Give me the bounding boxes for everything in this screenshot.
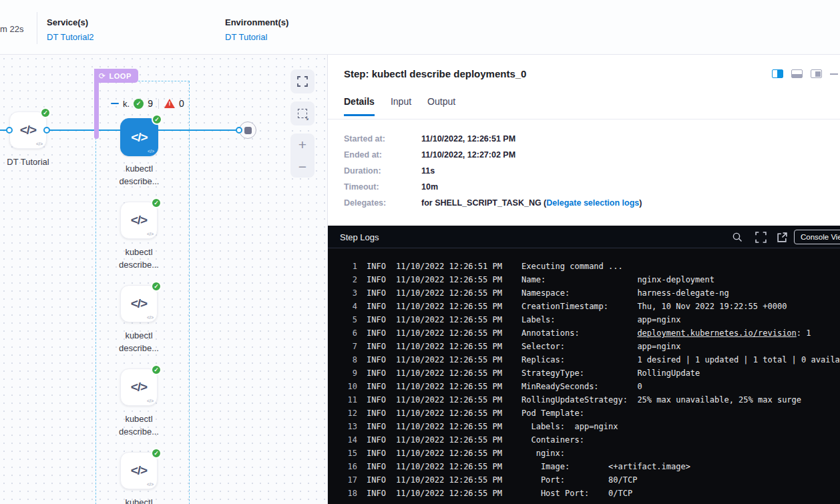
- zoom-out-button[interactable]: −: [298, 160, 306, 174]
- loop-node-wrap: </></>✓kubectldescribe...: [120, 202, 158, 239]
- layout-split-bottom-button[interactable]: [791, 69, 803, 78]
- console-view-button[interactable]: Console View: [794, 230, 840, 244]
- zoom-in-button[interactable]: +: [298, 138, 306, 152]
- log-line: 9INFO11/10/2022 12:26:55 PMStrategyType:…: [328, 366, 840, 380]
- code-icon: </>: [20, 123, 36, 138]
- log-timestamp: 11/10/2022 12:26:55 PM: [396, 340, 521, 353]
- log-level: INFO: [367, 447, 389, 460]
- code-watermark-icon: </>: [36, 142, 43, 146]
- log-level: INFO: [367, 260, 389, 273]
- log-level: INFO: [367, 460, 389, 473]
- log-message: Labels: app=nginx: [521, 313, 680, 326]
- success-badge: ✓: [151, 281, 162, 292]
- pipeline-node-kubectl-describe[interactable]: </></>✓: [120, 285, 158, 322]
- log-timestamp: 11/10/2022 12:26:55 PM: [396, 433, 521, 447]
- header-divider: [37, 12, 37, 44]
- log-timestamp: 11/10/2022 12:26:55 PM: [396, 313, 521, 326]
- node-label: kubectldescribe...: [95, 496, 182, 504]
- tab-output[interactable]: Output: [427, 96, 455, 116]
- log-annotation-link[interactable]: deployment.kubernetes.io/revision: [637, 328, 796, 338]
- log-level: INFO: [367, 433, 389, 447]
- layout-split-panel-button[interactable]: [811, 69, 822, 78]
- success-badge: ✓: [151, 364, 162, 375]
- success-badge: ✓: [152, 114, 162, 125]
- minimize-panel-button[interactable]: [830, 73, 838, 75]
- pipeline-node-kubectl-describe[interactable]: </></>✓: [120, 452, 158, 489]
- pipeline-canvas[interactable]: ⟳ LOOP k. ✓ 9 0 </> </> ✓ DT Tutorial: [0, 55, 327, 504]
- node-label: DT Tutorial: [0, 156, 71, 168]
- log-line: 4INFO11/10/2022 12:26:55 PMCreationTimes…: [328, 300, 840, 313]
- log-line-number: 16: [340, 460, 357, 473]
- success-badge: ✓: [151, 448, 162, 459]
- detail-value: 11/10/2022, 12:26:51 PM: [421, 134, 515, 144]
- log-line: 3INFO11/10/2022 12:26:55 PMNamespace: ha…: [328, 286, 840, 300]
- log-line: 16INFO11/10/2022 12:26:55 PM Image: <+ar…: [328, 460, 840, 473]
- detail-label: Duration:: [344, 166, 421, 176]
- log-line-number: 6: [340, 326, 357, 340]
- loop-group-header: k. ✓ 9 0: [111, 97, 184, 109]
- log-timestamp: 11/10/2022 12:26:55 PM: [396, 420, 521, 433]
- log-line-number: 7: [340, 340, 357, 353]
- loop-node-wrap: </></>✓kubectldescribe...: [120, 368, 158, 406]
- tab-input[interactable]: Input: [391, 96, 411, 116]
- code-icon: </>: [131, 213, 147, 228]
- layout-split-right-button[interactable]: [772, 69, 783, 78]
- log-timestamp: 11/10/2022 12:26:55 PM: [396, 366, 521, 380]
- detail-row: Started at:11/10/2022, 12:26:51 PM: [344, 131, 825, 147]
- log-level: INFO: [367, 340, 389, 353]
- node-connector[interactable]: [236, 127, 242, 134]
- step-logs-header: Step Logs Console View: [328, 226, 840, 248]
- environment-block: Environment(s) DT Tutorial: [225, 16, 288, 42]
- log-message: Labels: app=nginx: [521, 420, 618, 433]
- success-badge: ✓: [40, 107, 51, 118]
- node-connector[interactable]: [43, 127, 50, 134]
- pipeline-node-dt-tutorial[interactable]: </> </> ✓: [9, 111, 47, 149]
- log-line: 5INFO11/10/2022 12:26:55 PMLabels: app=n…: [328, 313, 840, 326]
- success-count-icon: ✓: [134, 99, 144, 109]
- delegate-selection-logs-link[interactable]: Delegate selection logs: [546, 198, 639, 208]
- panel-layout-controls: [772, 69, 838, 78]
- log-line: 10INFO11/10/2022 12:26:55 PMMinReadySeco…: [328, 380, 840, 393]
- count-divider: [158, 99, 159, 109]
- marquee-icon: [298, 109, 307, 118]
- log-level: INFO: [367, 407, 389, 420]
- log-timestamp: 11/10/2022 12:26:55 PM: [396, 447, 521, 460]
- open-in-new-tab-icon[interactable]: [777, 232, 788, 243]
- log-message: Name: nginx-deployment: [521, 273, 714, 286]
- log-message: Replicas: 1 desired | 1 updated | 1 tota…: [521, 353, 840, 366]
- log-message: Image: <+artifact.image>: [521, 460, 690, 473]
- environment-link[interactable]: DT Tutorial: [225, 32, 288, 42]
- log-message: Namespace: harness-delegate-ng: [521, 286, 729, 300]
- pipeline-node-kubectl-describe[interactable]: </></>✓: [120, 118, 158, 156]
- log-line-number: 18: [340, 487, 357, 500]
- log-message: Annotations: deployment.kubernetes.io/re…: [521, 326, 811, 340]
- detail-row: Ended at:11/10/2022, 12:27:02 PM: [344, 147, 825, 163]
- log-message: CreationTimestamp: Thu, 10 Nov 2022 19:2…: [521, 300, 787, 313]
- pipeline-node-kubectl-describe[interactable]: </></>✓: [120, 368, 158, 406]
- code-watermark-icon: </>: [147, 399, 154, 403]
- service-label: Service(s): [47, 17, 88, 27]
- log-level: INFO: [367, 473, 389, 487]
- logs-fullscreen-icon[interactable]: [755, 232, 767, 243]
- tab-details[interactable]: Details: [344, 96, 375, 116]
- search-icon[interactable]: [732, 232, 743, 243]
- log-timestamp: 11/10/2022 12:26:55 PM: [396, 273, 521, 286]
- log-timestamp: 11/10/2022 12:26:55 PM: [396, 393, 521, 407]
- step-logs-body[interactable]: 1INFO11/10/2022 12:26:51 PMExecuting com…: [328, 248, 840, 504]
- log-level: INFO: [367, 300, 389, 313]
- log-timestamp: 11/10/2022 12:26:55 PM: [396, 407, 521, 420]
- code-watermark-icon: </>: [147, 232, 154, 236]
- code-icon: </>: [131, 463, 147, 478]
- collapse-group-button[interactable]: [111, 103, 119, 105]
- detail-row: Timeout:10m: [344, 179, 825, 195]
- loop-badge[interactable]: ⟳ LOOP: [94, 69, 138, 83]
- node-label: kubectldescribe...: [95, 329, 182, 354]
- pipeline-node-kubectl-describe[interactable]: </></>✓: [120, 202, 158, 239]
- log-timestamp: 11/10/2022 12:26:55 PM: [396, 326, 521, 340]
- node-connector[interactable]: [6, 127, 13, 134]
- canvas-select-button[interactable]: [290, 101, 314, 125]
- service-link[interactable]: DT Tutorial2: [47, 32, 94, 42]
- canvas-fullscreen-button[interactable]: [290, 69, 314, 93]
- code-watermark-icon: </>: [148, 149, 154, 154]
- log-line-number: 2: [340, 273, 357, 286]
